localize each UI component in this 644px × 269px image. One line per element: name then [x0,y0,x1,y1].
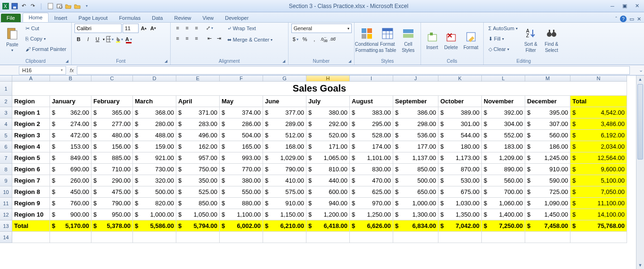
row-total-cell[interactable]: $6,192.00 [570,130,627,141]
row-header-1[interactable]: 1 [0,82,12,96]
grand-total-cell[interactable]: $75,768.00 [570,220,627,232]
data-cell[interactable]: $183.00 [482,141,525,152]
data-cell[interactable]: $392.00 [482,107,525,118]
help-icon[interactable]: ? [620,16,627,22]
row-header-3[interactable]: 3 [0,107,12,118]
scroll-down-icon[interactable]: ▼ [636,261,644,269]
qat-more-icon[interactable] [83,2,90,10]
col-total-cell[interactable]: $6,418.00 [306,220,350,232]
data-cell[interactable]: $362.00 [50,107,91,118]
data-cell[interactable]: $410.00 [263,175,306,186]
data-cell[interactable]: $365.00 [91,107,133,118]
row-header-7[interactable]: 7 [0,152,12,164]
data-cell[interactable]: $1,100.00 [220,209,263,220]
print-preview-icon[interactable] [56,2,63,10]
align-left-icon[interactable]: ≡ [173,34,182,42]
row-total-cell[interactable]: $7,050.00 [570,186,627,198]
data-cell[interactable]: $260.00 [50,175,91,186]
data-cell[interactable]: $174.00 [350,141,393,152]
data-cell[interactable]: $1,101.00 [350,152,393,164]
data-cell[interactable]: $1,050.00 [176,209,220,220]
header-cell[interactable]: April [176,96,220,107]
data-cell[interactable]: $304.00 [482,118,525,130]
data-cell[interactable]: $504.00 [220,130,263,141]
autosum-button[interactable]: ΣAutoSum▾ [487,24,520,33]
col-header-L[interactable]: L [482,76,525,82]
row-total-cell[interactable]: $12,564.00 [570,152,627,164]
empty-cell[interactable] [306,232,350,243]
data-cell[interactable]: $168.00 [263,141,306,152]
col-total-cell[interactable]: $5,170.00 [50,220,91,232]
empty-cell[interactable] [525,232,570,243]
empty-cell[interactable] [350,232,393,243]
col-total-cell[interactable]: $6,626.00 [350,220,393,232]
data-cell[interactable]: $1,060.00 [482,198,525,209]
data-cell[interactable]: $274.00 [50,118,91,130]
row-header-8[interactable]: 8 [0,164,12,175]
decrease-decimal-icon[interactable]: .00→ [329,35,338,43]
data-cell[interactable]: $560.00 [525,130,570,141]
font-size-input[interactable] [123,24,139,33]
row-total-cell[interactable]: $5,100.00 [570,175,627,186]
data-cell[interactable]: $290.00 [91,175,133,186]
data-cell[interactable]: $590.00 [525,175,570,186]
align-right-icon[interactable]: ≡ [192,34,201,42]
col-header-K[interactable]: K [438,76,482,82]
empty-cell[interactable] [263,232,306,243]
increase-indent-icon[interactable]: ⇥ [215,34,223,42]
comma-format-icon[interactable]: , [310,35,319,43]
data-cell[interactable]: $350.00 [176,175,220,186]
data-cell[interactable]: $750.00 [176,164,220,175]
row-header-9[interactable]: 9 [0,175,12,186]
header-cell[interactable]: February [91,96,133,107]
format-cells-button[interactable]: Format [462,24,480,56]
col-header-E[interactable]: E [176,76,220,82]
minimize-button[interactable]: ─ [607,2,618,10]
data-cell[interactable]: $1,000.00 [133,209,176,220]
col-total-cell[interactable]: $6,210.00 [263,220,306,232]
data-cell[interactable]: $760.00 [50,198,91,209]
row-header-14[interactable]: 14 [0,232,12,243]
data-cell[interactable]: $910.00 [263,198,306,209]
data-cell[interactable]: $770.00 [220,164,263,175]
data-cell[interactable]: $950.00 [91,209,133,220]
header-cell[interactable]: August [350,96,393,107]
data-cell[interactable]: $790.00 [91,198,133,209]
data-cell[interactable]: $1,245.00 [525,152,570,164]
formula-input[interactable] [77,66,630,75]
data-cell[interactable]: $849.00 [50,152,91,164]
data-cell[interactable]: $650.00 [393,186,438,198]
data-cell[interactable]: $289.00 [263,118,306,130]
data-cell[interactable]: $600.00 [306,186,350,198]
align-middle-icon[interactable]: ≡ [183,24,191,32]
data-cell[interactable]: $1,200.00 [306,209,350,220]
data-cell[interactable]: $165.00 [220,141,263,152]
data-cell[interactable]: $525.00 [176,186,220,198]
align-bottom-icon[interactable]: ≡ [192,24,201,32]
row-header-12[interactable]: 12 [0,209,12,220]
find-select-button[interactable]: Find &Select [542,24,561,56]
data-cell[interactable]: $295.00 [350,118,393,130]
worksheet[interactable]: ABCDEFGHIJKLMN1Sales Goals2RegionJanuary… [0,76,644,269]
header-cell[interactable]: Total [570,96,627,107]
folder-icon[interactable] [74,2,81,10]
font-color-button[interactable]: A [124,35,133,43]
data-cell[interactable]: $850.00 [393,164,438,175]
row-total-cell[interactable]: $4,542.00 [570,107,627,118]
orientation-icon[interactable]: ⤢ [206,24,214,32]
data-cell[interactable]: $389.00 [438,107,482,118]
data-cell[interactable]: $530.00 [438,175,482,186]
data-cell[interactable]: $940.00 [306,198,350,209]
data-cell[interactable]: $1,400.00 [482,209,525,220]
undo-icon[interactable]: ↶ [20,2,27,10]
data-cell[interactable]: $380.00 [306,107,350,118]
col-header-B[interactable]: B [50,76,91,82]
number-launcher-icon[interactable]: ◢ [348,59,351,63]
col-header-J[interactable]: J [393,76,438,82]
empty-cell[interactable] [176,232,220,243]
col-header-I[interactable]: I [350,76,393,82]
data-cell[interactable]: $292.00 [306,118,350,130]
data-cell[interactable]: $159.00 [133,141,176,152]
data-cell[interactable]: $153.00 [50,141,91,152]
restore-button[interactable]: ▣ [619,2,630,10]
